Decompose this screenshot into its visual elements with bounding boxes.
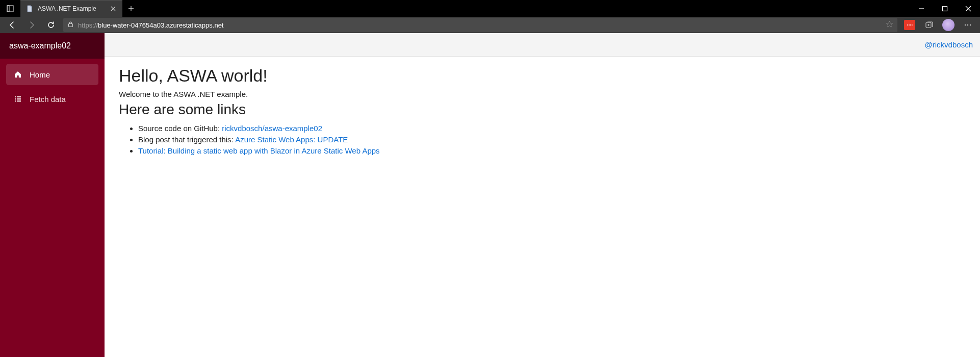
svg-rect-0 [7, 6, 13, 12]
list-icon [13, 94, 22, 104]
refresh-button[interactable] [42, 17, 60, 33]
page-icon [25, 5, 34, 13]
svg-rect-15 [17, 98, 21, 100]
links-list: Source code on GitHub: rickvdbosch/aswa-… [138, 123, 966, 156]
address-bar[interactable]: https://blue-water-047654a03.azurestatic… [63, 18, 897, 32]
tab-title: ASWA .NET Example [38, 5, 105, 12]
tab-actions-icon[interactable] [0, 0, 20, 17]
link-tutorial[interactable]: Tutorial: Building a static web app with… [138, 146, 380, 155]
svg-rect-7 [912, 24, 912, 26]
home-icon [13, 70, 22, 79]
list-item: Source code on GitHub: rickvdbosch/aswa-… [138, 123, 966, 134]
window-titlebar: ASWA .NET Example [0, 0, 980, 17]
minimize-button[interactable] [910, 0, 933, 17]
list-item: Tutorial: Building a static web app with… [138, 145, 966, 157]
svg-rect-2 [943, 6, 947, 11]
svg-point-9 [965, 24, 966, 26]
svg-point-4 [907, 24, 908, 26]
svg-rect-13 [17, 96, 21, 98]
list-item: Blog post that triggered this: Azure Sta… [138, 134, 966, 145]
sidebar-item-home[interactable]: Home [6, 64, 98, 85]
maximize-button[interactable] [933, 0, 957, 17]
link-github[interactable]: rickvdbosch/aswa-example02 [222, 124, 322, 133]
page-content: Hello, ASWA world! Welcome to the ASWA .… [105, 57, 980, 165]
svg-point-5 [909, 24, 910, 26]
svg-rect-3 [69, 24, 73, 27]
sidebar: aswa-example02 Home Fetch data [0, 33, 105, 357]
collections-icon[interactable] [920, 17, 938, 33]
lock-icon [67, 20, 74, 30]
sidebar-item-label: Home [30, 70, 50, 79]
svg-rect-14 [15, 98, 16, 100]
settings-menu-icon[interactable] [959, 17, 977, 33]
sidebar-item-label: Fetch data [30, 95, 66, 104]
svg-point-10 [967, 24, 968, 26]
profile-button[interactable] [939, 17, 958, 33]
sidebar-title: aswa-example02 [0, 33, 105, 59]
top-strip: @rickvdbosch [105, 33, 980, 57]
browser-tab[interactable]: ASWA .NET Example [20, 0, 122, 17]
close-window-button[interactable] [957, 0, 980, 17]
svg-rect-1 [7, 6, 9, 12]
svg-rect-12 [15, 96, 16, 98]
extension-lastpass[interactable] [900, 17, 919, 33]
links-heading: Here are some links [119, 101, 966, 118]
favorite-icon[interactable] [886, 20, 893, 30]
forward-button[interactable] [22, 17, 41, 33]
avatar [942, 19, 955, 31]
svg-rect-16 [15, 100, 16, 102]
url-text: https://blue-water-047654a03.azurestatic… [78, 21, 882, 29]
welcome-text: Welcome to the ASWA .NET example. [119, 90, 966, 98]
browser-toolbar: https://blue-water-047654a03.azurestatic… [0, 17, 980, 33]
page-title: Hello, ASWA world! [119, 66, 966, 86]
sidebar-item-fetch-data[interactable]: Fetch data [6, 88, 98, 110]
back-button[interactable] [3, 17, 21, 33]
about-link[interactable]: @rickvdbosch [925, 40, 973, 49]
close-tab-icon[interactable] [109, 5, 117, 13]
svg-point-11 [970, 24, 971, 26]
svg-point-6 [910, 24, 911, 26]
link-blog[interactable]: Azure Static Web Apps: UPDATE [235, 135, 348, 144]
new-tab-button[interactable] [122, 0, 139, 17]
svg-rect-17 [17, 100, 21, 102]
